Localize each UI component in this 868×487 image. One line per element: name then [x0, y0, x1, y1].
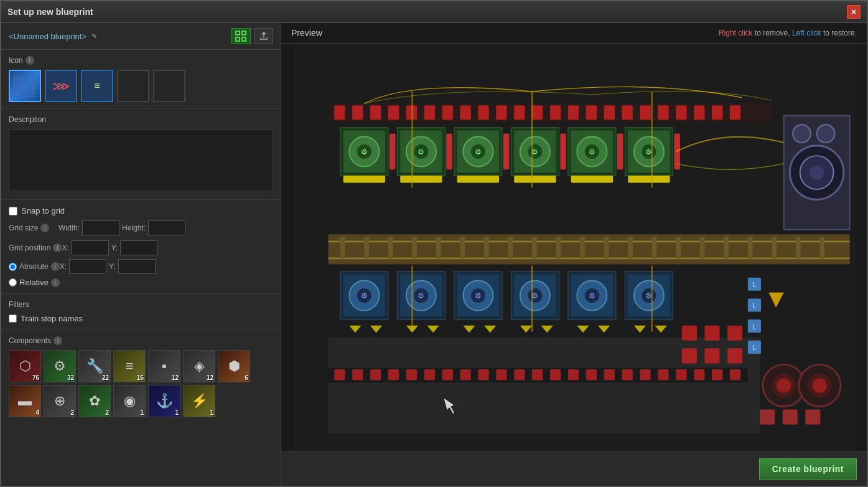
svg-rect-168 [370, 369, 381, 380]
grid-toggle-button[interactable] [231, 28, 251, 44]
description-section: Description [1, 109, 281, 200]
content-area: <Unnamed blueprint> ✎ [1, 23, 867, 486]
window-title: Set up new blueprint [7, 7, 93, 17]
comp-count-8: 4 [35, 409, 39, 416]
svg-point-160 [793, 125, 811, 143]
grid-pos-y-input[interactable] [120, 240, 157, 255]
export-button[interactable] [254, 28, 273, 44]
svg-rect-23 [676, 237, 681, 258]
svg-rect-195 [760, 410, 775, 425]
comp-count-12: 1 [175, 409, 179, 416]
svg-rect-184 [658, 369, 668, 380]
components-info[interactable]: i [54, 336, 62, 345]
blueprint-name[interactable]: <Unnamed blueprint> [9, 32, 86, 41]
grid-pos-info[interactable]: i [53, 244, 62, 252]
comp-icon-11: ◉ [124, 393, 136, 409]
svg-rect-86 [503, 133, 510, 169]
grid-pos-x-input[interactable] [72, 240, 109, 255]
icon-info[interactable]: i [26, 56, 34, 65]
svg-rect-177 [532, 369, 543, 380]
icon-section-label: Icon i [9, 56, 273, 65]
svg-rect-26 [748, 237, 753, 258]
height-label: Height: [122, 224, 146, 232]
svg-rect-182 [622, 369, 633, 380]
icon-slot-1[interactable] [9, 70, 41, 102]
svg-rect-37 [442, 105, 453, 120]
svg-rect-141 [682, 326, 697, 341]
comp-icon-4: ≡ [126, 358, 134, 374]
svg-rect-143 [727, 326, 742, 341]
icon-slot-1-inner [10, 71, 40, 101]
svg-rect-28 [796, 237, 801, 258]
svg-rect-50 [676, 105, 686, 120]
icon-slot-3[interactable]: ≡ [81, 70, 113, 102]
comp-count-7: 6 [245, 374, 248, 381]
icon-slot-2[interactable]: ⋙ [45, 70, 77, 102]
preview-area[interactable]: ⚙ ⚙ ⚙ [281, 44, 867, 452]
grid-height-input[interactable] [148, 220, 185, 235]
svg-rect-176 [514, 369, 525, 380]
snap-label[interactable]: Snap to grid [21, 206, 65, 215]
svg-rect-146 [727, 348, 742, 363]
icon-slot-2-inner: ⋙ [46, 71, 76, 101]
grid-width-input[interactable] [82, 220, 119, 235]
svg-text:L: L [752, 281, 757, 288]
icon-slot-4[interactable] [117, 70, 149, 102]
edit-icon[interactable]: ✎ [91, 32, 97, 40]
comp-icon-1: ⬡ [19, 358, 31, 374]
relative-radio[interactable] [9, 278, 17, 286]
svg-rect-166 [334, 369, 345, 380]
grid-position-row: Grid position i X: Y: [9, 240, 273, 255]
svg-rect-10 [364, 237, 369, 258]
icon-slot-5[interactable] [153, 70, 185, 102]
svg-rect-52 [712, 105, 722, 120]
component-item-13: ⚡ 1 [183, 385, 215, 417]
comp-icon-8: ▬ [18, 393, 32, 409]
abs-y-input[interactable] [118, 259, 156, 274]
svg-rect-188 [730, 369, 740, 380]
component-item-9: ⊕ 2 [44, 385, 76, 417]
preview-title: Preview [291, 28, 322, 38]
snap-checkbox[interactable] [9, 207, 17, 215]
abs-x-label: X: [60, 262, 67, 271]
svg-rect-144 [682, 348, 697, 363]
abs-x-input[interactable] [69, 259, 106, 274]
components-section: Components i ⬡ 76 ⚙ 32 🔧 22 [1, 330, 281, 486]
description-input[interactable] [9, 129, 273, 191]
train-stop-label[interactable]: Train stop names [21, 314, 83, 323]
comp-count-4: 16 [137, 374, 144, 381]
relative-label[interactable]: Relative [19, 278, 49, 287]
svg-rect-88 [617, 133, 623, 169]
svg-rect-51 [694, 105, 704, 120]
header-icons [231, 28, 273, 44]
svg-rect-3 [242, 37, 246, 41]
svg-text:⚙: ⚙ [361, 148, 368, 156]
absolute-radio[interactable] [9, 263, 17, 271]
train-stop-checkbox[interactable] [9, 314, 17, 323]
svg-rect-20 [604, 237, 609, 258]
absolute-info[interactable]: i [51, 262, 60, 271]
preview-hint: Right click to remove, Left click to res… [719, 29, 857, 37]
icon-2-symbol: ⋙ [52, 78, 70, 93]
comp-icon-9: ⊕ [54, 393, 65, 409]
component-item-10: ✿ 2 [78, 385, 111, 417]
icon-section: Icon i ⋙ [1, 50, 281, 109]
relative-info[interactable]: i [51, 278, 60, 287]
hint-end: to restore. [823, 29, 857, 37]
svg-rect-167 [352, 369, 363, 380]
close-button[interactable]: × [847, 5, 861, 19]
svg-rect-24 [700, 237, 705, 258]
grid-size-info[interactable]: i [40, 224, 49, 232]
svg-rect-169 [388, 369, 399, 380]
comp-icon-2: ⚙ [54, 358, 66, 374]
absolute-label[interactable]: Absolute [19, 262, 49, 271]
svg-rect-18 [556, 237, 561, 258]
svg-point-193 [777, 378, 791, 392]
left-panel: <Unnamed blueprint> ✎ [1, 23, 281, 486]
train-stop-row: Train stop names [9, 314, 273, 323]
svg-point-159 [810, 166, 824, 180]
window: Set up new blueprint × <Unnamed blueprin… [0, 0, 868, 487]
svg-text:⚙: ⚙ [589, 292, 595, 300]
svg-rect-87 [560, 133, 566, 169]
create-blueprint-button[interactable]: Create blueprint [759, 458, 857, 480]
